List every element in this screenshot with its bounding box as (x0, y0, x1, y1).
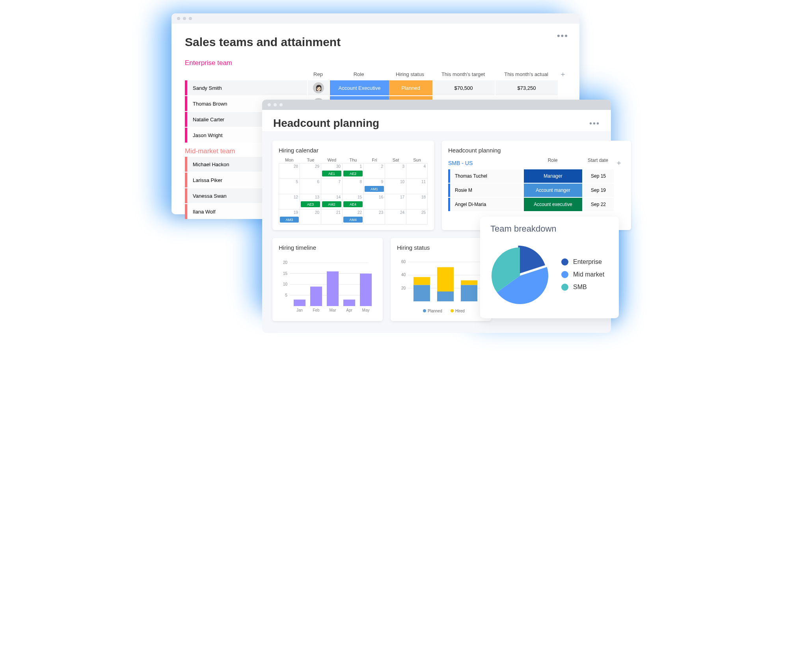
legend-item: Mid market (561, 271, 604, 278)
calendar-cell[interactable]: 6 (300, 179, 321, 194)
table-row[interactable]: Thomas Tuchel Manager Sep 15 (448, 169, 625, 183)
column-header[interactable]: Hiring status (388, 71, 432, 77)
board-title: Sales teams and attainment (185, 35, 566, 49)
calendar-cell[interactable]: 15AE4 (343, 194, 364, 209)
calendar-cell[interactable]: 8 (343, 179, 364, 194)
legend-item: SMB (561, 284, 604, 291)
name-cell[interactable]: Sandy Smith (185, 80, 307, 95)
bar (360, 274, 372, 306)
svg-point-19 (423, 309, 426, 312)
add-column-icon[interactable]: ＋ (558, 69, 568, 79)
svg-text:Hired: Hired (455, 309, 465, 313)
role-chip[interactable]: Account Executive (330, 80, 389, 95)
status-chip[interactable]: Planned (389, 80, 432, 95)
name-cell[interactable]: Thomas Tuchel (448, 169, 523, 183)
calendar-cell[interactable]: 23 (364, 210, 385, 225)
board-menu-icon[interactable]: ••• (557, 31, 568, 41)
table-row[interactable]: Angel Di-Maria Account executive Sep 22 (448, 198, 625, 211)
calendar-cell[interactable]: 21 (321, 210, 343, 225)
calendar-cell[interactable]: 29 (300, 163, 321, 178)
calendar-event[interactable]: AM4 (343, 217, 363, 223)
calendar-cell[interactable]: 5 (279, 179, 300, 194)
svg-text:5: 5 (285, 293, 287, 297)
group-title[interactable]: Enterprise team (185, 59, 571, 67)
calendar-event[interactable]: AE4 (343, 201, 363, 207)
calendar-cell[interactable]: 25 (406, 210, 428, 225)
calendar-event[interactable]: AM2 (322, 201, 341, 207)
calendar-event[interactable]: AE3 (301, 201, 320, 207)
role-chip[interactable]: Account executive (524, 198, 582, 211)
svg-text:Feb: Feb (313, 308, 320, 312)
calendar-cell[interactable]: 13AE3 (300, 194, 321, 209)
target-cell: $70,500 (432, 80, 495, 95)
bar (294, 300, 305, 306)
board-title: Headcount planning (273, 117, 379, 130)
svg-text:Mar: Mar (329, 308, 336, 312)
calendar-cell[interactable]: 12 (279, 194, 300, 209)
calendar-cell[interactable]: 4 (406, 163, 428, 178)
legend-swatch (561, 284, 568, 291)
bar (343, 300, 355, 306)
hiring-calendar-card: Hiring calendar MonTueWedThuFriSatSun282… (272, 141, 434, 230)
board-menu-icon[interactable]: ••• (589, 119, 600, 128)
table-row[interactable]: Rosie M Account manger Sep 19 (448, 184, 625, 197)
team-breakdown-window: Team breakdown Enterprise Mid market SMB (480, 217, 619, 318)
rep-cell[interactable]: 👩🏻 (308, 80, 329, 95)
add-column-icon[interactable]: ＋ (614, 158, 624, 168)
table-row[interactable]: Sandy Smith👩🏻Account ExecutivePlanned$70… (185, 80, 571, 95)
svg-point-21 (451, 309, 454, 312)
role-chip[interactable]: Account manger (524, 184, 582, 197)
calendar-day-header: Sat (385, 158, 406, 162)
legend-label: Enterprise (573, 258, 602, 265)
calendar-day-header: Wed (321, 158, 343, 162)
name-cell[interactable]: Rosie M (448, 184, 523, 197)
team-breakdown-pie (490, 245, 549, 304)
date-cell: Sep 15 (583, 169, 614, 183)
calendar-cell[interactable]: 11 (406, 179, 428, 194)
calendar-day-header: Fri (364, 158, 385, 162)
bar (437, 291, 454, 301)
calendar-cell[interactable]: 2 (364, 163, 385, 178)
role-chip[interactable]: Manager (524, 169, 582, 183)
calendar-cell[interactable]: 24 (385, 210, 406, 225)
calendar-cell[interactable]: 10 (385, 179, 406, 194)
column-header[interactable]: Role (329, 71, 388, 77)
column-header[interactable]: This month's actual (495, 71, 558, 77)
svg-text:20: 20 (401, 286, 406, 290)
calendar-event[interactable]: AM1 (365, 186, 384, 192)
svg-text:Jan: Jan (296, 308, 303, 312)
calendar-cell[interactable]: 20 (300, 210, 321, 225)
calendar-cell[interactable]: 9AM1 (364, 179, 385, 194)
legend-swatch (561, 271, 568, 278)
calendar-event[interactable]: AE2 (343, 171, 363, 176)
column-header[interactable]: This month's target (432, 71, 495, 77)
calendar-cell[interactable]: 3 (385, 163, 406, 178)
card-title: Hiring calendar (279, 147, 428, 154)
column-header[interactable]: Rep (307, 71, 329, 77)
calendar-cell[interactable]: 16 (364, 194, 385, 209)
calendar-cell[interactable]: 28 (279, 163, 300, 178)
calendar-cell[interactable]: 19AM3 (279, 210, 300, 225)
calendar-event[interactable]: AM3 (280, 217, 299, 223)
hiring-status-chart: 20 40 60Planned Hired (397, 255, 486, 314)
calendar-cell[interactable]: 1AE2 (343, 163, 364, 178)
calendar-cell[interactable]: 22AM4 (343, 210, 364, 225)
hiring-status-card: Hiring status 20 40 60Planned Hired (391, 238, 491, 321)
column-header[interactable]: Role (523, 158, 582, 168)
calendar-cell[interactable]: 17 (385, 194, 406, 209)
column-header[interactable]: Start date (582, 158, 614, 168)
card-title: Hiring timeline (279, 244, 376, 251)
svg-text:10: 10 (283, 282, 288, 286)
bar (413, 277, 430, 285)
calendar-event[interactable]: AE1 (322, 171, 341, 176)
svg-text:60: 60 (401, 260, 406, 264)
window-chrome (262, 100, 611, 110)
calendar-cell[interactable]: 7 (321, 179, 343, 194)
calendar-cell[interactable]: 30AE1 (321, 163, 343, 178)
name-cell[interactable]: Angel Di-Maria (448, 198, 523, 211)
calendar-day-header: Thu (343, 158, 364, 162)
group-title[interactable]: SMB - US (448, 160, 523, 166)
calendar-cell[interactable]: 18 (406, 194, 428, 209)
calendar-cell[interactable]: 14AM2 (321, 194, 343, 209)
bar (461, 285, 477, 301)
